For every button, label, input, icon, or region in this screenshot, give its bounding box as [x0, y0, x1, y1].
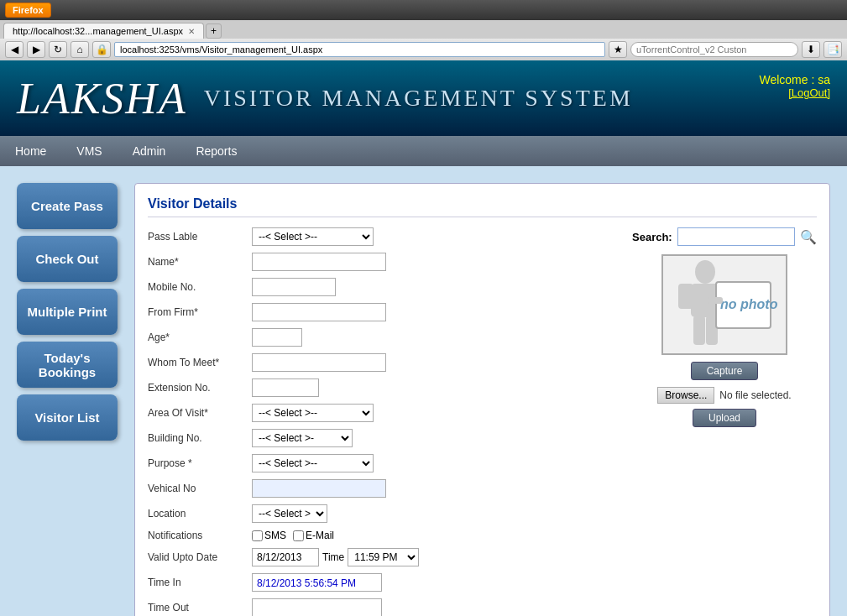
form-fields: Pass Lable --< Select >-- Name* Mobile N… [148, 227, 615, 616]
location-select[interactable]: --< Select >-- [252, 504, 327, 523]
check-out-button[interactable]: Check Out [17, 236, 118, 282]
mobile-label: Mobile No. [148, 281, 248, 293]
mobile-input[interactable] [252, 278, 336, 296]
form-area: Pass Lable --< Select >-- Name* Mobile N… [148, 227, 817, 616]
mobile-row: Mobile No. [148, 278, 615, 296]
download-icon[interactable]: ⬇ [802, 41, 820, 58]
svg-text:no photo: no photo [720, 297, 778, 311]
home-button[interactable]: ⌂ [71, 41, 89, 58]
name-input[interactable] [252, 253, 386, 271]
search-icon-button[interactable]: 🔍 [800, 229, 817, 245]
back-button[interactable]: ◀ [5, 41, 24, 58]
svg-point-0 [695, 260, 715, 284]
purpose-select[interactable]: --< Select >-- [252, 454, 374, 472]
age-input[interactable] [252, 328, 302, 347]
capture-button[interactable]: Capture [691, 362, 759, 380]
from-firm-label: From Firm* [148, 306, 248, 318]
notifications-label: Notifications [148, 530, 248, 541]
browser-nav-bar: ◀ ▶ ↻ ⌂ 🔒 ★ ⬇ 📑 [0, 39, 847, 60]
vehical-no-row: Vehical No [148, 479, 615, 498]
new-tab-button[interactable]: + [206, 23, 222, 39]
sms-checkbox[interactable] [252, 530, 263, 541]
time-in-label: Time In [148, 577, 248, 588]
tab-bar: http://localhost:32...management_UI.aspx… [0, 20, 847, 39]
logout-link[interactable]: [LogOut] [759, 86, 830, 99]
tab-title: http://localhost:32...management_UI.aspx [13, 26, 183, 36]
upload-button[interactable]: Upload [693, 409, 756, 427]
app-logo: LAKSHA [17, 74, 187, 123]
age-row: Age* [148, 328, 615, 347]
notifications-group: SMS E-Mail [252, 530, 334, 541]
firefox-button[interactable]: Firefox [5, 3, 51, 18]
nav-reports[interactable]: Reports [180, 136, 252, 166]
forward-button[interactable]: ▶ [27, 41, 45, 58]
from-firm-row: From Firm* [148, 303, 615, 321]
multiple-print-button[interactable]: Multiple Print [17, 289, 118, 335]
pass-label-label: Pass Lable [148, 231, 248, 243]
email-label: E-Mail [306, 530, 334, 541]
valid-date-input[interactable] [252, 548, 319, 566]
url-bar[interactable] [114, 42, 605, 57]
svg-rect-8 [708, 297, 723, 304]
welcome-text: Welcome : sa [759, 73, 830, 86]
active-tab[interactable]: http://localhost:32...management_UI.aspx… [3, 23, 204, 39]
create-pass-button[interactable]: Create Pass [17, 183, 118, 229]
header-user: Welcome : sa [LogOut] [759, 73, 830, 99]
name-label: Name* [148, 256, 248, 268]
time-out-input[interactable] [252, 598, 382, 616]
bookmark-manager-icon[interactable]: 📑 [823, 41, 842, 58]
email-checkbox[interactable] [293, 530, 304, 541]
extension-row: Extension No. [148, 378, 615, 397]
url-bar-container: 🔒 ★ [92, 41, 627, 58]
bookmark-icon[interactable]: ★ [609, 41, 627, 58]
time-out-label: Time Out [148, 602, 248, 613]
vehical-no-label: Vehical No [148, 483, 248, 494]
time-out-row: Time Out [148, 598, 615, 616]
from-firm-input[interactable] [252, 303, 386, 321]
whom-to-meet-input[interactable] [252, 353, 386, 372]
search-row: Search: 🔍 [632, 227, 817, 246]
sms-label: SMS [264, 530, 286, 541]
time-inline-label: Time [322, 551, 344, 563]
location-label: Location [148, 508, 248, 519]
visitor-list-button[interactable]: Visitor List [17, 394, 118, 441]
nav-home[interactable]: Home [0, 136, 61, 166]
age-label: Age* [148, 331, 248, 343]
extension-label: Extension No. [148, 382, 248, 394]
extension-input[interactable] [252, 378, 319, 397]
whom-to-meet-row: Whom To Meet* [148, 353, 615, 372]
location-row: Location --< Select >-- [148, 504, 615, 523]
sms-checkbox-label[interactable]: SMS [252, 530, 286, 541]
pass-label-row: Pass Lable --< Select >-- [148, 227, 615, 246]
email-checkbox-label[interactable]: E-Mail [293, 530, 334, 541]
sidebar: Create Pass Check Out Multiple Print Tod… [17, 183, 118, 616]
area-of-visit-label: Area Of Visit* [148, 407, 248, 419]
whom-to-meet-label: Whom To Meet* [148, 357, 248, 368]
photo-panel: Search: 🔍 [632, 227, 817, 616]
search-input[interactable] [677, 227, 795, 246]
nav-admin[interactable]: Admin [118, 136, 181, 166]
vehical-no-input[interactable] [252, 479, 386, 498]
browse-row: Browse... No file selected. [632, 387, 817, 404]
tab-close-icon[interactable]: ✕ [188, 27, 195, 36]
photo-box: no photo [661, 254, 787, 355]
todays-bookings-button[interactable]: Today's Bookings [17, 342, 118, 388]
browse-button[interactable]: Browse... [657, 387, 714, 404]
area-of-visit-row: Area Of Visit* --< Select >-- [148, 404, 615, 422]
titlebar-left: Firefox [5, 3, 51, 18]
name-row: Name* [148, 253, 615, 271]
figure-svg: no photo [670, 257, 779, 353]
nav-vms[interactable]: VMS [61, 136, 117, 166]
time-in-row: Time In 8/12/2013 5:56:54 PM [148, 573, 615, 592]
notifications-row: Notifications SMS E-Mail [148, 530, 615, 541]
app-title: VISITOR MANAGEMENT SYSTEM [204, 85, 633, 112]
valid-date-row: Time 11:59 PM [252, 548, 419, 566]
pass-label-select[interactable]: --< Select >-- [252, 227, 374, 246]
area-of-visit-select[interactable]: --< Select >-- [252, 404, 374, 422]
browser-search-input[interactable] [630, 42, 798, 57]
time-select[interactable]: 11:59 PM [348, 548, 419, 566]
svg-rect-2 [678, 284, 693, 309]
building-no-select[interactable]: --< Select >- [252, 429, 353, 447]
reload-button[interactable]: ↻ [49, 41, 67, 58]
main-content: Create Pass Check Out Multiple Print Tod… [0, 166, 847, 616]
